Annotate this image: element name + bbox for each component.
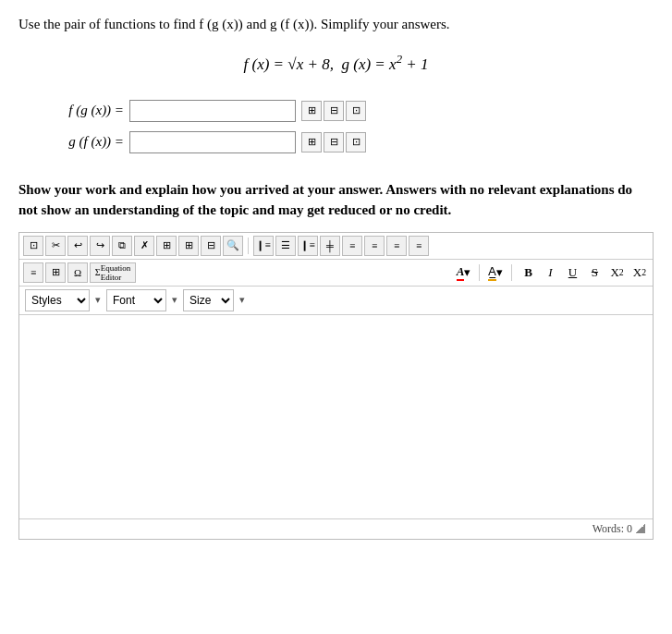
- underline-btn[interactable]: U: [563, 262, 581, 283]
- fgx-icon1[interactable]: ⊞: [301, 101, 322, 121]
- paste-word-btn[interactable]: ⊟: [201, 236, 221, 256]
- table-btn2[interactable]: ⊞: [45, 262, 66, 283]
- font-arrow: ▾: [172, 294, 177, 306]
- align-center-btn[interactable]: ≡: [364, 236, 385, 256]
- word-count: Words: 0: [593, 522, 632, 536]
- styles-arrow: ▾: [95, 294, 101, 306]
- fgx-row: f (g (x)) = ⊞ ⊟ ⊡: [18, 100, 654, 122]
- redo-btn[interactable]: ↪: [90, 236, 110, 256]
- fgx-icon2[interactable]: ⊟: [324, 101, 344, 121]
- gfx-icon1[interactable]: ⊞: [301, 132, 322, 152]
- find-btn[interactable]: 🔍: [223, 236, 243, 256]
- sep1: [248, 238, 249, 254]
- show-work-instructions: Show your work and explain how you arriv…: [18, 179, 654, 221]
- indent-btn[interactable]: ❙≡: [298, 236, 318, 256]
- gfx-row: g (f (x)) = ⊞ ⊟ ⊡: [18, 131, 654, 153]
- gfx-icon2[interactable]: ⊟: [324, 132, 344, 152]
- fgx-icon3[interactable]: ⊡: [346, 101, 366, 121]
- align-right-btn[interactable]: ≡: [386, 236, 407, 256]
- resize-handle[interactable]: [636, 524, 645, 533]
- font-select[interactable]: Font: [106, 289, 166, 311]
- align-justify-btn[interactable]: ≡: [409, 236, 429, 256]
- list-btn2[interactable]: ≡: [23, 262, 43, 283]
- gfx-input[interactable]: [129, 131, 296, 153]
- table-btn[interactable]: ╪: [320, 236, 340, 256]
- formatting-buttons: A▾ A̲▾ B I U S X2 X2: [455, 262, 649, 283]
- styles-select[interactable]: Styles: [25, 289, 90, 311]
- instructions-text: Use the pair of functions to find f (g (…: [18, 17, 654, 32]
- toggle-source-btn[interactable]: ⊡: [23, 236, 43, 256]
- undo-btn[interactable]: ↩: [67, 236, 88, 256]
- superscript-btn[interactable]: X2: [630, 262, 649, 283]
- strikethrough-btn[interactable]: S: [585, 262, 604, 283]
- size-arrow: ▾: [239, 294, 245, 306]
- toolbar-row2: ≡ ⊞ Ω Σ EquationEditor A▾ A̲▾ B I U S X2…: [19, 260, 653, 287]
- paste-plain-btn[interactable]: ⊞: [178, 236, 199, 256]
- gfx-label: g (f (x)) =: [18, 134, 129, 150]
- sep3: [511, 264, 512, 281]
- cut-btn[interactable]: ✂: [45, 236, 66, 256]
- rich-text-editor: ⊡ ✂ ↩ ↪ ⧉ ✗ ⊞ ⊞ ⊟ 🔍 ❙≡ ☰ ❙≡ ╪ ≡ ≡ ≡ ≡ ≡ …: [18, 232, 654, 540]
- toolbar-row1: ⊡ ✂ ↩ ↪ ⧉ ✗ ⊞ ⊞ ⊟ 🔍 ❙≡ ☰ ❙≡ ╪ ≡ ≡ ≡ ≡: [19, 233, 653, 260]
- equation-btn[interactable]: Σ EquationEditor: [90, 262, 136, 283]
- gfx-icon3[interactable]: ⊡: [346, 132, 366, 152]
- sep2: [479, 264, 480, 281]
- fgx-label: f (g (x)) =: [18, 103, 129, 118]
- editor-body[interactable]: [19, 315, 653, 518]
- subscript-btn[interactable]: X2: [607, 262, 626, 283]
- font-color-btn[interactable]: A▾: [455, 262, 473, 283]
- highlight-color-btn[interactable]: A̲▾: [486, 262, 505, 283]
- editor-footer: Words: 0: [19, 518, 653, 539]
- gfx-icons: ⊞ ⊟ ⊡: [301, 132, 366, 152]
- unordered-list-btn[interactable]: ☰: [275, 236, 296, 256]
- delete-btn[interactable]: ✗: [134, 236, 154, 256]
- ordered-list-btn[interactable]: ❙≡: [253, 236, 274, 256]
- omega-btn[interactable]: Ω: [67, 262, 88, 283]
- formula-display: f (x) = √x + 8, g (x) = x2 + 1: [18, 53, 654, 74]
- italic-btn[interactable]: I: [541, 262, 559, 283]
- toolbar-row3: Styles ▾ Font ▾ Size ▾: [19, 287, 653, 315]
- align-left-btn[interactable]: ≡: [342, 236, 362, 256]
- copy-btn[interactable]: ⧉: [112, 236, 132, 256]
- paste-btn[interactable]: ⊞: [156, 236, 177, 256]
- fgx-icons: ⊞ ⊟ ⊡: [301, 101, 366, 121]
- bold-btn[interactable]: B: [519, 262, 537, 283]
- size-select[interactable]: Size: [183, 289, 234, 311]
- fgx-input[interactable]: [129, 100, 296, 122]
